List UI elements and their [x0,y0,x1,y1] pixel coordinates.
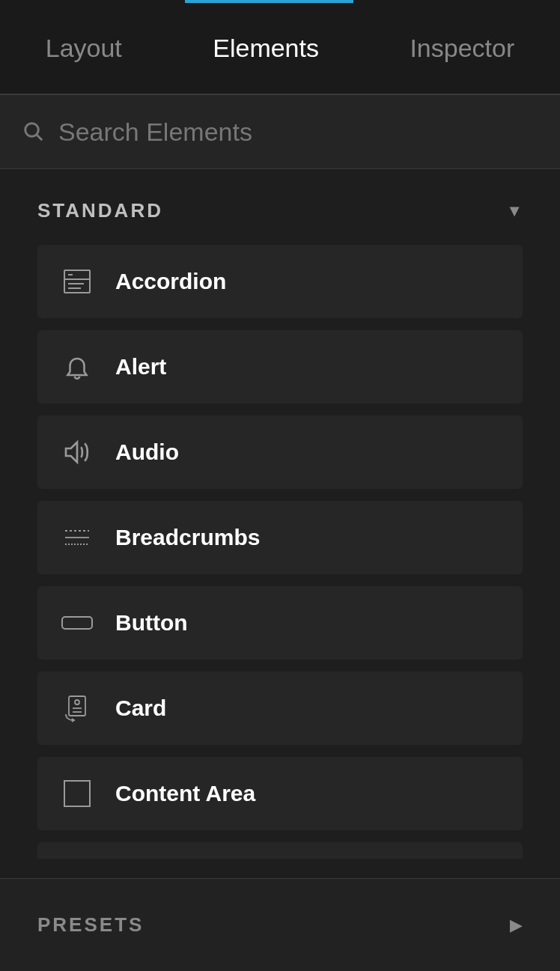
chevron-right-icon[interactable]: ▶ [510,916,523,935]
speaker-icon [60,435,94,469]
svg-point-0 [25,124,39,137]
element-label: Content Area [115,781,255,806]
tab-layout[interactable]: Layout [38,34,130,63]
presets-bar[interactable]: PRESETS ▶ [0,878,560,971]
element-button[interactable]: Button [37,586,523,660]
element-content-area[interactable]: Content Area [37,757,523,830]
svg-rect-10 [62,617,92,629]
svg-rect-2 [64,270,90,293]
active-tab-indicator [0,0,560,3]
search-icon [22,121,45,143]
element-audio[interactable]: Audio [37,416,523,489]
element-label: Breadcrumbs [115,525,260,550]
elements-panel: STANDARD ▼ Accordion [0,169,560,878]
element-label: Audio [115,439,179,465]
element-label: Alert [115,354,166,380]
tab-inspector[interactable]: Inspector [402,34,522,63]
element-label: Button [115,610,188,636]
presets-title: PRESETS [37,913,144,937]
svg-point-12 [75,700,79,704]
tab-elements[interactable]: Elements [205,34,326,63]
element-card[interactable]: Card [37,672,523,745]
next-element-peek[interactable] [37,842,523,859]
button-icon [60,606,94,640]
svg-line-1 [37,135,42,140]
breadcrumbs-icon [60,520,94,555]
svg-rect-11 [69,696,85,716]
content-area-icon [60,776,94,811]
search-input[interactable] [58,118,538,147]
section-title: STANDARD [37,199,163,222]
svg-rect-15 [64,781,90,806]
element-accordion[interactable]: Accordion [37,245,523,318]
tab-bar: Layout Elements Inspector [0,3,560,94]
bell-icon [60,350,94,384]
chevron-down-icon[interactable]: ▼ [506,201,523,221]
search-bar[interactable] [0,94,560,169]
accordion-icon [60,264,94,299]
section-header-standard[interactable]: STANDARD ▼ [0,169,560,237]
element-label: Card [115,695,166,721]
element-breadcrumbs[interactable]: Breadcrumbs [37,501,523,574]
element-alert[interactable]: Alert [37,330,523,404]
element-list: Accordion Alert Audio [0,237,560,830]
element-label: Accordion [115,269,226,294]
card-icon [60,691,94,725]
